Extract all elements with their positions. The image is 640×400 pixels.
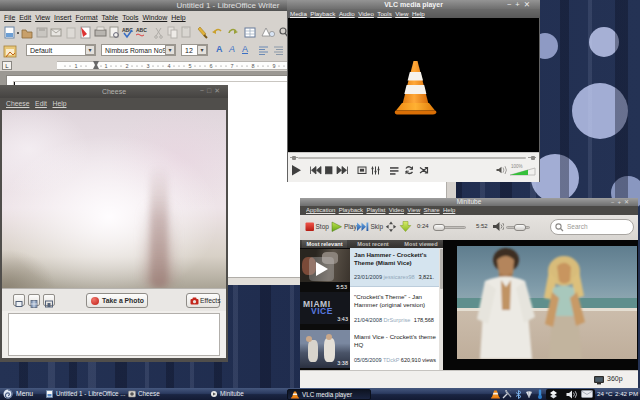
- svg-text:ABC: ABC: [136, 27, 147, 33]
- svg-text:Stop: Stop: [316, 223, 330, 231]
- svg-text:1: 1: [104, 63, 107, 69]
- svg-text:100%: 100%: [511, 164, 523, 169]
- svg-text:6: 6: [209, 63, 212, 69]
- svg-text:5: 5: [188, 63, 191, 69]
- svg-text:2: 2: [125, 63, 128, 69]
- svg-text:8: 8: [251, 63, 254, 69]
- svg-text:1: 1: [74, 63, 77, 69]
- svg-text:4: 4: [167, 63, 170, 69]
- svg-text:Play: Play: [344, 223, 357, 231]
- svg-text:7: 7: [230, 63, 233, 69]
- svg-text:Skip: Skip: [371, 223, 384, 231]
- svg-text:9: 9: [272, 63, 275, 69]
- svg-text:3: 3: [146, 63, 149, 69]
